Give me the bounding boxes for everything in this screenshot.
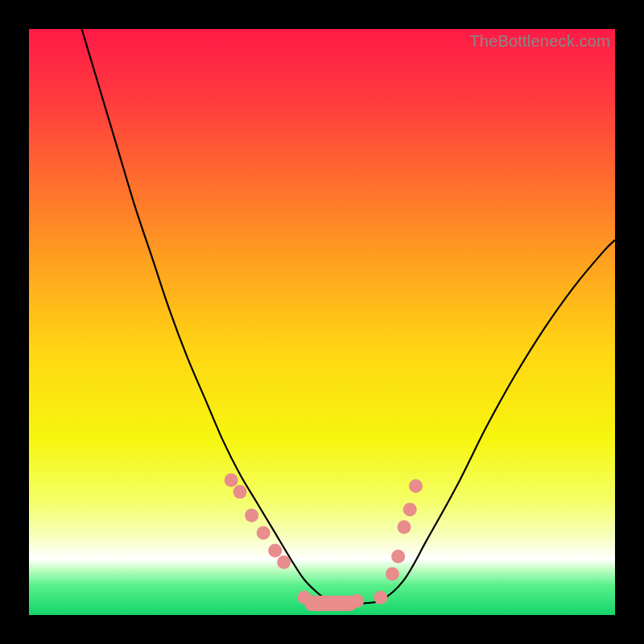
chart-frame: TheBottleneck.com (0, 0, 644, 644)
watermark-text: TheBottleneck.com (29, 29, 615, 615)
plot-area: TheBottleneck.com (29, 29, 615, 615)
